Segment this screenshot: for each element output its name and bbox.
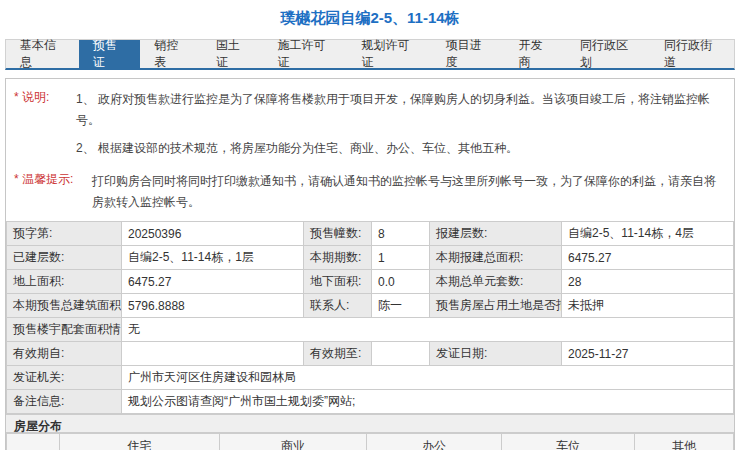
total-units-value: 28 <box>562 270 734 294</box>
approved-floors-value: 自编2-5、11-14栋，4层 <box>562 222 734 246</box>
tab-sales-control[interactable]: 销控表 <box>140 40 202 68</box>
approved-floors-label: 报建层数: <box>430 222 562 246</box>
tab-land-cert[interactable]: 国土证 <box>202 40 264 68</box>
presale-area-label: 本期预售总建筑面积: <box>7 294 122 318</box>
supporting-value: 无 <box>122 318 734 342</box>
table-row: 有效期自: 有效期至: 发证日期: 2025-11-27 <box>7 342 734 366</box>
contact-value: 陈一 <box>372 294 430 318</box>
tab-same-street[interactable]: 同行政街道 <box>650 40 734 68</box>
valid-from-value <box>122 342 304 366</box>
presale-blocks-value: 8 <box>372 222 430 246</box>
below-area-value: 0.0 <box>372 270 430 294</box>
below-area-label: 地下面积: <box>304 270 372 294</box>
shuoming-label: * 说明: <box>14 87 76 131</box>
phase-no-value: 1 <box>372 246 430 270</box>
table-row: 地上面积: 6475.27 地下面积: 0.0 本期总单元套数: 28 <box>7 270 734 294</box>
shuoming-line2: 2、 根据建设部的技术规范，将房屋功能分为住宅、商业、办公、车位、其他五种。 <box>76 135 724 163</box>
built-floors-label: 已建层数: <box>7 246 122 270</box>
phase-no-label: 本期期数: <box>304 246 372 270</box>
mortgage-label: 预售房屋占用土地是否抵押: <box>430 294 562 318</box>
shuoming-line1: 1、 政府对预售款进行监控是为了保障将售楼款用于项目开发，保障购房人的切身利益。… <box>76 87 724 131</box>
issue-date-label: 发证日期: <box>430 342 562 366</box>
permit-no-label: 预字第: <box>7 222 122 246</box>
phase-area-value: 6475.27 <box>562 246 734 270</box>
contact-label: 联系人: <box>304 294 372 318</box>
table-row: 已建层数: 自编2-5、11-14栋，1层 本期期数: 1 本期报建总面积: 6… <box>7 246 734 270</box>
supporting-label: 预售楼宇配套面积情况: <box>7 318 122 342</box>
tab-planning-permit[interactable]: 规划许可证 <box>348 40 432 68</box>
presale-info-table: 预字第: 20250396 预售幢数: 8 报建层数: 自编2-5、11-14栋… <box>6 221 734 414</box>
presale-cert-panel: * 说明: 1、 政府对预售款进行监控是为了保障将售楼款用于项目开发，保障购房人… <box>5 78 735 450</box>
issue-date-value: 2025-11-27 <box>562 342 734 366</box>
distribution-table: 住宅 商业 办公 车位 其他 套数 28 0 0 0 0 面积 5796.888… <box>6 433 734 450</box>
above-area-label: 地上面积: <box>7 270 122 294</box>
dist-col-office: 办公 <box>367 434 502 450</box>
tab-developer[interactable]: 开发商 <box>504 40 566 68</box>
notice-row-shuoming: * 说明: 1、 政府对预售款进行监控是为了保障将售楼款用于项目开发，保障购房人… <box>14 87 724 131</box>
valid-to-value <box>372 342 430 366</box>
presale-blocks-label: 预售幢数: <box>304 222 372 246</box>
table-row: 本期预售总建筑面积: 5796.8888 联系人: 陈一 预售房屋占用土地是否抵… <box>7 294 734 318</box>
notice-row-tip: * 温馨提示: 打印购房合同时将同时打印缴款通知书，请确认通知书的监控帐号与这里… <box>14 169 724 213</box>
table-row: 预售楼宇配套面积情况: 无 <box>7 318 734 342</box>
remark-value: 规划公示图请查阅“广州市国土规划委”网站; <box>122 390 734 414</box>
remark-label: 备注信息: <box>7 390 122 414</box>
tab-bar: 基本信息 预售证 销控表 国土证 施工许可证 规划许可证 项目进度 开发商 同行… <box>5 39 735 70</box>
table-row: 住宅 商业 办公 车位 其他 <box>7 434 734 450</box>
presale-area-value: 5796.8888 <box>122 294 304 318</box>
page-title: 璞樾花园自编2-5、11-14栋 <box>0 0 740 28</box>
table-row: 备注信息: 规划公示图请查阅“广州市国土规划委”网站; <box>7 390 734 414</box>
dist-col-residential: 住宅 <box>60 434 220 450</box>
tab-construction-permit[interactable]: 施工许可证 <box>264 40 348 68</box>
table-row: 预字第: 20250396 预售幢数: 8 报建层数: 自编2-5、11-14栋… <box>7 222 734 246</box>
dist-col-other: 其他 <box>635 434 734 450</box>
mortgage-value: 未抵押 <box>562 294 734 318</box>
dist-corner-cell <box>7 434 60 450</box>
valid-from-label: 有效期自: <box>7 342 122 366</box>
tab-same-district[interactable]: 同行政区划 <box>566 40 650 68</box>
notice-block: * 说明: 1、 政府对预售款进行监控是为了保障将售楼款用于项目开发，保障购房人… <box>6 79 734 221</box>
tab-presale-cert[interactable]: 预售证 <box>79 40 141 68</box>
above-area-value: 6475.27 <box>122 270 304 294</box>
dist-col-commercial: 商业 <box>220 434 367 450</box>
phase-area-label: 本期报建总面积: <box>430 246 562 270</box>
total-units-label: 本期总单元套数: <box>430 270 562 294</box>
tab-basic-info[interactable]: 基本信息 <box>6 40 79 68</box>
built-floors-value: 自编2-5、11-14栋，1层 <box>122 246 304 270</box>
dist-col-parking: 车位 <box>502 434 635 450</box>
tab-project-progress[interactable]: 项目进度 <box>432 40 505 68</box>
issue-org-value: 广州市天河区住房建设和园林局 <box>122 366 734 390</box>
permit-no-value: 20250396 <box>122 222 304 246</box>
tip-label: * 温馨提示: <box>14 169 92 213</box>
table-row: 发证机关: 广州市天河区住房建设和园林局 <box>7 366 734 390</box>
issue-org-label: 发证机关: <box>7 366 122 390</box>
tip-text: 打印购房合同时将同时打印缴款通知书，请确认通知书的监控帐号与这里所列帐号一致，为… <box>92 169 724 213</box>
distribution-section-title: 房屋分布 <box>6 414 734 433</box>
valid-to-label: 有效期至: <box>304 342 372 366</box>
